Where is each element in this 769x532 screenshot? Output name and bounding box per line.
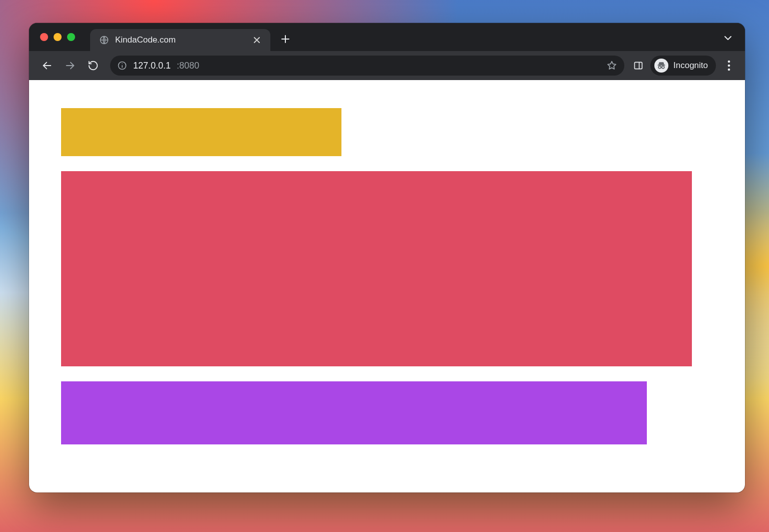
new-tab-button[interactable] bbox=[276, 30, 294, 48]
browser-tab[interactable]: KindaCode.com bbox=[90, 29, 270, 51]
content-box-pink bbox=[61, 171, 692, 366]
url-port: :8080 bbox=[177, 61, 199, 71]
content-box-purple bbox=[61, 381, 647, 444]
svg-point-7 bbox=[658, 66, 661, 69]
globe-icon bbox=[99, 35, 109, 45]
address-bar[interactable]: 127.0.0.1:8080 bbox=[110, 56, 624, 76]
url-host: 127.0.0.1 bbox=[133, 61, 171, 71]
svg-point-11 bbox=[728, 69, 730, 71]
forward-button[interactable] bbox=[60, 56, 80, 76]
toolbar: 127.0.0.1:8080 bbox=[29, 51, 745, 80]
toolbar-right: Incognito bbox=[631, 56, 737, 76]
side-panel-icon[interactable] bbox=[631, 59, 645, 73]
browser-window: KindaCode.com bbox=[29, 23, 745, 492]
window-minimize-button[interactable] bbox=[54, 33, 62, 41]
incognito-label: Incognito bbox=[673, 61, 708, 71]
page-viewport bbox=[29, 80, 745, 492]
window-zoom-button[interactable] bbox=[67, 33, 75, 41]
incognito-icon bbox=[654, 59, 668, 73]
svg-point-8 bbox=[662, 66, 664, 69]
svg-rect-4 bbox=[635, 62, 642, 69]
tab-title: KindaCode.com bbox=[115, 35, 245, 45]
content-box-amber bbox=[61, 108, 341, 156]
window-close-button[interactable] bbox=[40, 33, 48, 41]
close-icon[interactable] bbox=[251, 35, 262, 46]
svg-point-10 bbox=[728, 65, 730, 67]
svg-point-3 bbox=[122, 63, 123, 64]
bookmark-star-icon[interactable] bbox=[606, 60, 617, 71]
svg-rect-6 bbox=[658, 65, 665, 66]
site-info-icon[interactable] bbox=[117, 61, 127, 71]
svg-point-9 bbox=[728, 61, 730, 63]
kebab-menu-icon[interactable] bbox=[721, 58, 737, 74]
incognito-indicator[interactable]: Incognito bbox=[650, 56, 716, 76]
back-button[interactable] bbox=[37, 56, 57, 76]
chevron-down-icon[interactable] bbox=[722, 32, 734, 44]
tab-strip: KindaCode.com bbox=[29, 23, 745, 51]
window-controls bbox=[40, 33, 75, 41]
reload-button[interactable] bbox=[83, 56, 103, 76]
